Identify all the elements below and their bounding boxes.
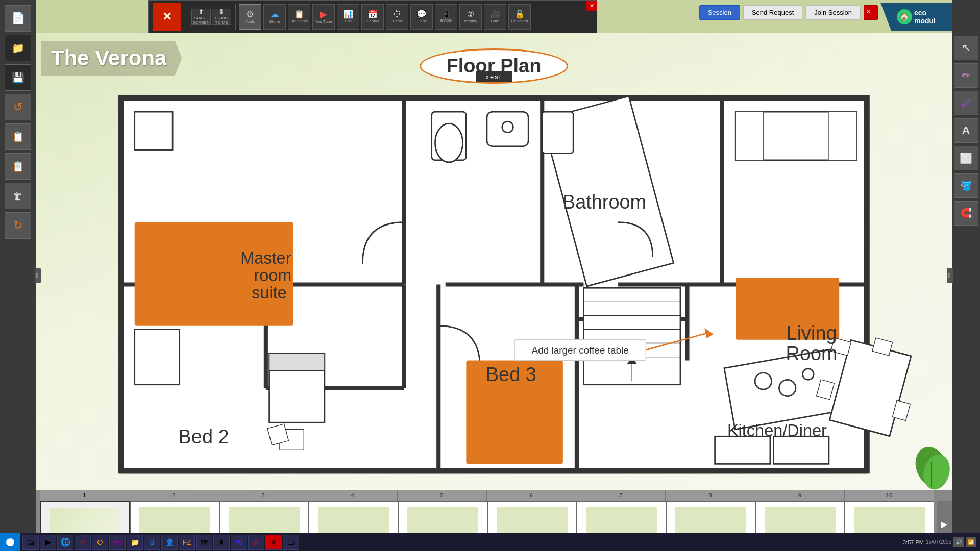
fileshare-button[interactable]: 📋 File Share — [288, 4, 310, 30]
taskbar-ppt[interactable]: P — [75, 535, 91, 550]
taskbar-chrome[interactable]: 🌐 — [57, 535, 74, 550]
planner-button[interactable]: 📅 Planner — [361, 4, 384, 30]
svg-text:Room: Room — [786, 343, 838, 364]
svg-text:room: room — [254, 266, 291, 285]
taskbar-outlook[interactable]: O — [92, 535, 108, 550]
cam-button[interactable]: 🎥 Cam — [484, 4, 506, 30]
left-sidebar: 📄 📁 💾 ↺ 📋 📋 🗑 ↻ ||| — [0, 0, 36, 551]
identify-icon: ② — [467, 10, 474, 18]
delete-button[interactable]: 🗑 — [5, 183, 31, 209]
taskbar-download[interactable]: ⬇ — [213, 535, 230, 550]
svg-point-17 — [435, 123, 462, 162]
join-session-button[interactable]: Join Session — [805, 5, 861, 20]
taskbar-word[interactable]: W — [231, 535, 247, 550]
taskbar-filezilla[interactable]: FZ — [179, 535, 195, 550]
byod-icon: 📱 — [442, 11, 451, 18]
slide-number-4[interactable]: 4 — [308, 490, 398, 501]
storm-button[interactable]: ☁ Storm — [263, 4, 286, 30]
unlocked-button[interactable]: 🔓 Unlocked — [508, 4, 531, 30]
taskbar-explorer[interactable]: 🗂 — [22, 535, 39, 550]
svg-text:Kitchen/Diner: Kitchen/Diner — [727, 421, 827, 440]
slide-number-8[interactable]: 8 — [666, 490, 755, 501]
share-screen-button[interactable]: ⬆ SHARE SCREEN — [191, 9, 211, 25]
cursor-tool-button[interactable]: ↖ — [954, 36, 978, 60]
save-button[interactable]: 💾 — [5, 64, 31, 91]
floor-plan-svg: Master room suite Bathroom Living Room B… — [66, 84, 921, 485]
refresh-button[interactable]: ↻ — [5, 212, 31, 239]
svg-rect-26 — [135, 329, 180, 384]
taskbar-files[interactable]: 🗃 — [283, 535, 299, 550]
svg-rect-51 — [715, 436, 770, 464]
slide-number-5[interactable]: 5 — [398, 490, 487, 501]
svg-rect-28 — [736, 112, 763, 160]
send-request-button[interactable]: Send Request — [743, 5, 802, 20]
title-banner: The Verona — [41, 41, 182, 76]
session-buttons: Session Send Request Join Session ✕ — [699, 5, 878, 20]
main-content: The Verona Floor Plan xest — [36, 33, 952, 490]
chat-button[interactable]: 💬 Chat — [410, 4, 433, 30]
fill-tool-button[interactable]: 🪣 — [954, 173, 978, 198]
taskbar-person[interactable]: 👤 — [161, 535, 178, 550]
clock-time: 3:57 PM — [903, 539, 924, 545]
taskbar-skype[interactable]: S — [144, 535, 160, 550]
paste-button[interactable]: 📋 — [5, 153, 31, 180]
poll-button[interactable]: 📊 Poll — [337, 4, 359, 30]
svg-text:Master: Master — [240, 249, 291, 267]
active-session-button[interactable]: Session — [699, 5, 740, 20]
taskbar-xest[interactable]: ✕ — [265, 535, 282, 550]
taskbar-media[interactable]: ▶ — [40, 535, 56, 550]
sidebar-collapse-handle[interactable]: ||| — [35, 268, 41, 283]
slide-number-6[interactable]: 6 — [487, 490, 576, 501]
copy-button[interactable]: 📋 — [5, 123, 31, 150]
taskbar-acrobat[interactable]: A — [248, 535, 264, 550]
close-button[interactable]: ✕ — [586, 1, 597, 11]
bringto-icon: ⬇ — [218, 8, 225, 15]
identify-button[interactable]: ② Identify — [459, 4, 482, 30]
svg-rect-21 — [542, 112, 573, 153]
svg-text:Bathroom: Bathroom — [562, 191, 646, 213]
youtube-icon: ▶ — [320, 10, 327, 19]
bring-to-me-button[interactable]: ⬇ BRING TO ME — [212, 9, 231, 25]
undo-button[interactable]: ↺ — [5, 94, 31, 120]
volume-icon[interactable]: 🔊 — [953, 537, 964, 547]
cam-icon: 🎥 — [490, 10, 500, 18]
storm-icon: ☁ — [270, 10, 279, 19]
network-icon[interactable]: 📶 — [966, 537, 976, 547]
slide-number-7[interactable]: 7 — [576, 490, 666, 501]
slide-number-2[interactable]: 2 — [129, 490, 218, 501]
app-logo — [153, 3, 181, 31]
slide-number-3[interactable]: 3 — [218, 490, 308, 501]
right-sidebar-collapse-handle[interactable]: ||| — [947, 268, 953, 283]
timer-button[interactable]: ⏱ Timer — [386, 4, 408, 30]
shapes-tool-button[interactable]: ⬜ — [954, 146, 978, 170]
svg-text:Bed 3: Bed 3 — [486, 364, 536, 385]
new-document-button[interactable]: 📄 — [5, 5, 31, 32]
right-sidebar: ↖ ✏ 🖊 A ⬜ 🪣 🧲 ||| — [952, 0, 980, 551]
text-tool-button[interactable]: A — [954, 118, 978, 143]
marker-tool-button[interactable]: 🖊 — [954, 91, 978, 115]
planner-icon: 📅 — [368, 10, 378, 18]
svg-text:Living: Living — [787, 322, 837, 344]
youtube-button[interactable]: ▶ You Tube — [312, 4, 335, 30]
end-session-button[interactable]: ✕ — [864, 5, 878, 20]
slide-number-9[interactable]: 9 — [755, 490, 845, 501]
timer-icon: ⏱ — [393, 10, 401, 18]
slide-number-1[interactable]: 1 — [40, 490, 129, 501]
chat-icon: 💬 — [416, 10, 427, 18]
eco-logo-text: ecomodul — [914, 9, 936, 25]
unlocked-icon: 🔓 — [514, 10, 525, 18]
slide-number-10[interactable]: 10 — [845, 490, 934, 501]
open-folder-button[interactable]: 📁 — [5, 35, 31, 61]
magnet-tool-button[interactable]: 🧲 — [954, 201, 978, 226]
toolbar-divider — [187, 4, 187, 30]
taskbar-folder[interactable]: 📁 — [127, 535, 143, 550]
taskbar-ps[interactable]: Ps — [109, 535, 126, 550]
taskbar-map[interactable]: 🗺 — [196, 535, 212, 550]
pencil-tool-button[interactable]: ✏ — [954, 63, 978, 88]
svg-rect-48 — [270, 354, 325, 371]
start-button[interactable] — [0, 533, 20, 551]
svg-rect-52 — [774, 436, 829, 464]
floor-plan-container: Master room suite Bathroom Living Room B… — [66, 84, 921, 485]
byod-button[interactable]: 📱 BYOD — [435, 4, 457, 30]
tools-button[interactable]: ⚙ Tools — [239, 4, 261, 30]
